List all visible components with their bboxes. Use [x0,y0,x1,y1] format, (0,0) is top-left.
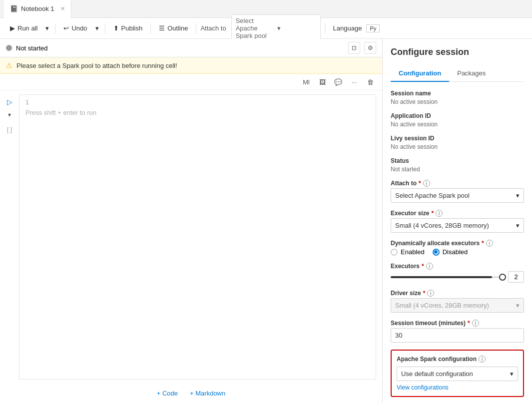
session-name-value: No active session [391,98,524,105]
cell-bracket: [ ] [7,122,12,133]
dynamic-radio-group: Enabled Disabled [391,248,524,256]
executors-info-icon[interactable]: i [426,263,433,270]
spark-pool-dropdown[interactable]: Select Apache Spark pool ▾ [231,14,321,42]
session-name-field: Session name No active session [391,90,524,105]
cell-content[interactable]: 1 Press shift + enter to run [19,94,376,380]
ml-button[interactable]: Ml [300,76,312,88]
separator-4 [196,23,196,33]
dynamic-field: Dynamically allocate executors * i Enabl… [391,240,524,256]
publish-label: Publish [121,24,143,32]
spark-config-value: Use default configuration [401,370,510,378]
driver-size-field: Driver size * i Small (4 vCores, 28GB me… [391,290,524,313]
attach-required: * [419,180,421,187]
warning-icon: ⚠ [6,61,12,69]
executors-slider-fill [391,276,492,278]
enabled-label: Enabled [401,248,425,256]
attach-to-chevron-icon: ▾ [516,192,520,199]
run-dropdown-button[interactable]: ▾ [43,22,51,34]
add-code-label: + Code [157,390,178,397]
spark-config-select[interactable]: Use default configuration ▾ [397,367,518,381]
undo-label: Undo [71,24,87,32]
language-label: Language [333,24,362,32]
driver-size-value: Small (4 vCores, 28GB memory) [395,302,516,309]
config-title: Configure session [391,47,524,57]
executor-size-label: Executor size * i [391,210,524,217]
executor-size-value: Small (4 vCores, 28GB memory) [395,222,516,229]
undo-button[interactable]: ↩ Undo [59,22,91,34]
notebook-tab[interactable]: 📓 Notebook 1 ✕ [4,0,71,18]
tab-close-icon[interactable]: ✕ [60,5,65,12]
cell-run-button[interactable]: ▷ [4,96,15,107]
attach-to-label: Attach to [200,24,226,32]
run-all-button[interactable]: ▶ Run all [6,22,41,34]
spark-config-section: Apache Spark configuration i Use default… [391,350,524,397]
cell-expand-button[interactable]: ▾ [4,109,15,120]
driver-size-select: Small (4 vCores, 28GB memory) ▾ [391,298,524,313]
executors-label: Executors * i [391,263,524,270]
view-configs-link[interactable]: View configurations [397,384,449,391]
publish-button[interactable]: ⬆ Publish [109,22,147,34]
separator-1 [55,23,55,33]
tab-configuration[interactable]: Configuration [391,65,449,82]
status-text: Not started [16,44,48,52]
executors-value[interactable]: 2 [508,271,524,283]
spark-config-info-icon[interactable]: i [479,356,486,363]
undo-dropdown-button[interactable]: ▾ [93,22,101,34]
executors-slider-thumb[interactable] [499,274,506,281]
add-markdown-button[interactable]: + Markdown [190,390,225,397]
ml-icon: Ml [303,78,310,86]
add-code-button[interactable]: + Code [157,390,178,397]
cell-container: ▷ ▾ [ ] 1 Press shift + enter to run [0,90,382,384]
warning-bar: ⚠ Please select a Spark pool to attach b… [0,57,382,74]
more-icon[interactable]: ··· [348,76,360,88]
spark-config-chevron-icon: ▾ [510,370,514,378]
separator-5 [325,23,325,33]
session-timeout-input[interactable] [391,328,524,343]
dynamic-enabled-radio[interactable]: Enabled [391,248,425,256]
run-icon: ▶ [10,24,15,32]
settings-icon[interactable]: ⚙ [364,42,376,54]
outline-button[interactable]: ☰ Outline [155,22,192,34]
main-layout: Not started ⊡ ⚙ ⚠ Please select a Spark … [0,39,532,403]
comment-icon[interactable]: 💬 [332,76,344,88]
app-id-value: No active session [391,121,524,128]
separator-3 [150,23,151,33]
maximize-icon[interactable]: ⊡ [348,42,360,54]
status-dot [6,45,12,51]
dynamic-info-icon[interactable]: i [486,240,493,247]
add-markdown-label: + Markdown [190,390,225,397]
driver-info-icon[interactable]: i [427,290,434,297]
delete-icon[interactable]: 🗑 [364,76,376,88]
publish-icon: ⬆ [113,24,119,32]
executor-size-chevron-icon: ▾ [516,222,520,229]
timeout-info-icon[interactable]: i [472,320,479,327]
executor-info-icon[interactable]: i [436,210,443,217]
attach-to-select[interactable]: Select Apache Spark pool ▾ [391,188,524,203]
attach-info-icon[interactable]: i [423,180,430,187]
notebook-icon: 📓 [10,5,18,12]
executor-size-field: Executor size * i Small (4 vCores, 28GB … [391,210,524,233]
attach-to-config-label: Attach to * i [391,180,524,187]
livy-value: No active session [391,143,524,150]
config-body: Session name No active session Applicati… [383,90,532,403]
config-status-label: Status [391,157,524,164]
warning-text: Please select a Spark pool to attach bef… [16,62,177,69]
livy-label: Livy session ID [391,135,524,142]
attach-to-field: Attach to * i Select Apache Spark pool ▾ [391,180,524,203]
language-button[interactable]: Language Py [329,22,384,34]
driver-required: * [423,290,426,297]
add-cell-bar: + Code + Markdown [0,384,382,403]
undo-chevron-icon: ▾ [95,24,99,32]
cell-placeholder: Press shift + enter to run [25,109,370,116]
timeout-required: * [468,320,470,327]
executor-size-select[interactable]: Small (4 vCores, 28GB memory) ▾ [391,218,524,233]
run-all-label: Run all [17,24,37,32]
enabled-radio-circle [391,249,398,256]
image-icon[interactable]: 🖼 [316,76,328,88]
status-right: ⊡ ⚙ [348,42,376,54]
dynamic-disabled-radio[interactable]: Disabled [433,248,468,256]
spark-pool-chevron-icon: ▾ [277,24,316,32]
status-left: Not started [6,44,48,52]
outline-icon: ☰ [159,24,165,32]
tab-packages[interactable]: Packages [449,65,494,82]
